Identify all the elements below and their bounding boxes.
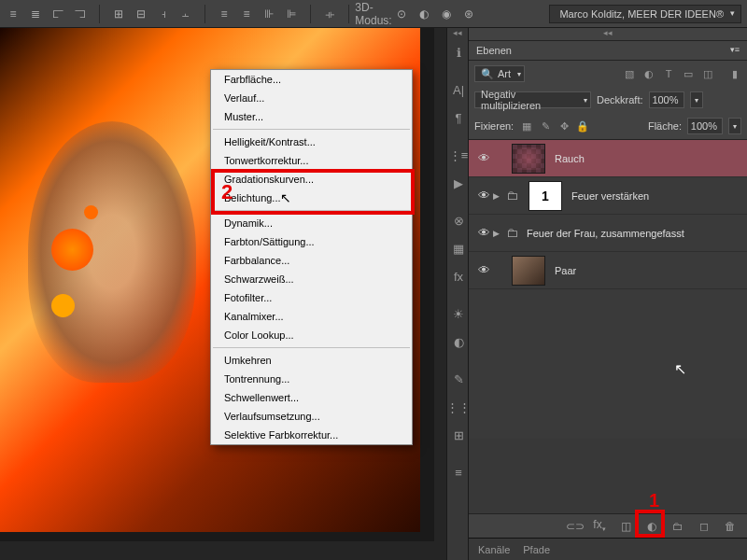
layer-row[interactable]: 👁▶🗀1Feuer verstärken [469,177,747,215]
brush-panel-icon[interactable]: ✎ [447,368,470,390]
distribute-icon[interactable]: ⊟ [134,7,148,21]
filter-smart-icon[interactable]: ◫ [701,67,714,80]
blend-mode-dropdown[interactable]: Negativ multiplizieren [474,91,591,108]
layer-thumb[interactable] [512,144,545,174]
filter-type-dropdown[interactable]: 🔍 Art [474,65,525,82]
distribute-icon[interactable]: ⊪ [261,7,276,21]
layer-row[interactable]: 👁Rauch [469,140,747,177]
layer-name[interactable]: Rauch [555,153,585,164]
layer-thumb[interactable] [512,256,545,286]
delete-layer-icon[interactable]: 🗑 [723,520,738,533]
color-panel-icon[interactable]: ⊗ [447,209,470,231]
lock-position-icon[interactable]: ✥ [557,119,571,133]
new-layer-icon[interactable]: ◻ [697,520,712,533]
styles-panel-icon[interactable]: fx [447,265,470,287]
lock-all-icon[interactable]: 🔒 [575,119,590,133]
layer-row[interactable]: 👁▶🗀Feuer der Frau, zusammengefasst [469,215,747,252]
actions-panel-icon[interactable]: ⋮≡ [447,144,470,166]
menu-item[interactable]: Kanalmixer... [211,307,412,326]
link-layers-icon[interactable]: ⊂⊃ [566,520,581,533]
expand-icon[interactable]: ▶ [493,229,506,238]
distribute-icon[interactable]: ⊫ [284,7,299,21]
layer-name[interactable]: Feuer der Frau, zusammengefasst [527,228,684,239]
3d-icon[interactable]: ⊛ [461,7,476,21]
menu-item[interactable]: Verlauf... [211,89,412,107]
character-panel-icon[interactable]: A| [447,78,470,101]
channels-tab[interactable]: Kanäle [478,544,510,555]
fill-input[interactable]: 100% [687,118,723,134]
lock-transparency-icon[interactable]: ▦ [519,119,534,133]
lock-pixels-icon[interactable]: ✎ [538,119,553,133]
filter-shape-icon[interactable]: ▭ [682,67,695,80]
layer-name[interactable]: Paar [555,265,576,276]
workspace-selector[interactable]: Marco Kolditz, MEER DER IDEEN® [549,5,741,23]
spacing-icon[interactable]: ⟛ [322,7,337,21]
menu-item[interactable]: Farbton/Sättigung... [211,232,412,251]
collapse-icon[interactable]: ◂◂ [447,28,468,41]
menu-item[interactable]: Selektive Farbkorrektur... [211,426,412,444]
menu-item[interactable]: Color Lookup... [211,326,412,344]
3d-icon[interactable]: ◉ [439,7,454,21]
play-icon[interactable]: ▶ [447,172,470,194]
layer-row[interactable]: 👁Paar [469,252,747,289]
menu-item[interactable]: Helligkeit/Kontrast... [211,133,412,151]
layer-name[interactable]: Feuer verstärken [571,190,649,202]
menu-item[interactable]: Farbbalance... [211,251,412,270]
visibility-icon[interactable]: 👁 [474,226,493,240]
paragraph-panel-icon[interactable]: ¶ [447,106,470,129]
menu-item[interactable]: Schwarzweiß... [211,270,412,288]
filter-toggle-icon[interactable]: ▮ [728,67,741,80]
3d-icon[interactable]: ⊙ [394,7,409,21]
distribute-icon[interactable]: ⫞ [156,7,171,21]
annotation-number-2: 2 [221,180,233,204]
opacity-stepper[interactable]: ▾ [690,91,703,108]
menu-item[interactable]: Umkehren [211,351,412,370]
menu-item[interactable]: Farbfläche... [211,70,412,89]
distribute-icon[interactable]: ⫠ [178,7,193,21]
masks-panel-icon[interactable]: ◐ [447,330,470,353]
menu-item[interactable]: Fotofilter... [211,288,412,307]
menu-item[interactable]: Tontrennung... [211,370,412,388]
align-icon[interactable]: ≣ [28,7,43,21]
paths-tab[interactable]: Pfade [523,544,550,555]
new-adjustment-layer-icon[interactable]: ◐ [644,520,659,533]
align-icon[interactable]: ≡ [6,7,21,21]
clone-panel-icon[interactable]: ⊞ [447,424,470,446]
distribute-icon[interactable]: ≡ [239,7,254,21]
distribute-icon[interactable]: ≡ [217,7,232,21]
menu-item[interactable]: Gradationskurven... [211,170,412,189]
menu-item[interactable]: Dynamik... [211,214,412,232]
layer-mask-thumb[interactable]: 1 [529,181,562,211]
layer-list: 👁Rauch👁▶🗀1Feuer verstärken👁▶🗀Feuer der F… [469,140,747,439]
layers-panel-tab[interactable]: Ebenen ▾≡ [469,41,747,61]
properties-icon[interactable]: ≡ [447,461,470,483]
cursor-icon: ↖ [674,360,686,378]
filter-text-icon[interactable]: T [662,67,675,80]
menu-item[interactable]: Schwellenwert... [211,388,412,407]
menu-item[interactable]: Belichtung... [211,189,412,207]
filter-pixel-icon[interactable]: ▧ [623,67,636,80]
menu-item[interactable]: Tonwertkorrektur... [211,151,412,170]
distribute-icon[interactable]: ⊞ [111,7,126,21]
visibility-icon[interactable]: 👁 [474,151,493,165]
layer-fx-icon[interactable]: fx▾ [592,518,607,533]
filter-adjust-icon[interactable]: ◐ [642,67,655,80]
visibility-icon[interactable]: 👁 [474,263,493,277]
panel-menu-icon[interactable]: ▾≡ [730,45,740,56]
collapse-icon[interactable]: ◂◂ [469,28,747,41]
brush-presets-icon[interactable]: ⋮⋮ [447,396,470,418]
adjustments-panel-icon[interactable]: ☀ [447,302,470,325]
align-icon[interactable]: ⫍ [50,7,65,21]
menu-item[interactable]: Muster... [211,107,412,126]
visibility-icon[interactable]: 👁 [474,189,493,203]
swatches-panel-icon[interactable]: ▦ [447,237,470,259]
align-icon[interactable]: ⫎ [73,7,88,21]
expand-icon[interactable]: ▶ [493,191,506,201]
fill-stepper[interactable]: ▾ [728,118,741,134]
menu-item[interactable]: Verlaufsumsetzung... [211,407,412,426]
opacity-input[interactable]: 100% [649,91,684,108]
info-panel-icon[interactable]: ℹ [447,41,470,63]
add-mask-icon[interactable]: ◫ [618,520,633,533]
new-group-icon[interactable]: 🗀 [670,520,685,533]
3d-icon[interactable]: ◐ [416,7,431,21]
